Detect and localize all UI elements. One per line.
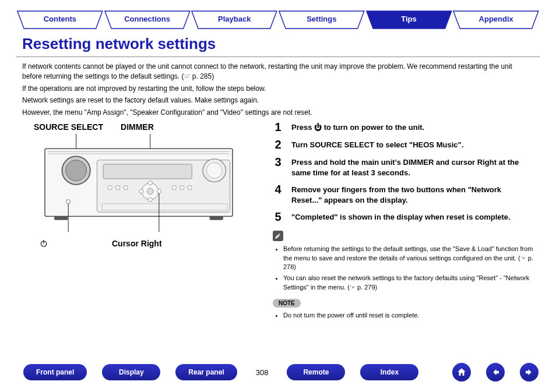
step-item: 2 Turn SOURCE SELECT to select "HEOS Mus… [273,139,534,150]
arrow-right-icon [524,367,534,377]
label-source-select: SOURCE SELECT [34,122,103,132]
tab-label: Contents [44,15,76,23]
intro-line: However, the menu "Amp Assign", "Speaker… [22,108,534,118]
svg-point-27 [180,186,184,190]
page-number: 308 [252,368,272,377]
top-nav-tabs: Contents Connections Playback Settings T… [16,10,540,29]
intro-text: If network contents cannot be played or … [22,62,534,118]
note-item: Do not turn the power off until reset is… [283,311,534,320]
svg-point-16 [206,163,222,178]
svg-point-18 [116,186,120,190]
pencil-icon [273,231,283,241]
home-button[interactable] [452,363,471,382]
svg-rect-31 [54,216,68,220]
power-icon [40,239,48,248]
label-dimmer: DIMMER [121,122,154,132]
divider [16,56,540,57]
step-item: 1 Press ⏻ to turn on power to the unit. [273,121,534,133]
svg-rect-32 [210,216,223,220]
prev-page-button[interactable] [486,363,505,382]
step-number: 4 [273,183,283,205]
next-page-button[interactable] [520,363,539,382]
svg-rect-12 [103,164,192,179]
diagram-column: SOURCE SELECT DIMMER [10,121,267,323]
tab-label: Tips [401,15,417,23]
tip-item: You can also reset the network settings … [283,274,534,292]
tip-list: Before returning the settings to the def… [283,245,534,292]
svg-rect-30 [102,204,227,210]
step-number: 2 [273,139,283,150]
tab-label: Playback [218,15,251,23]
svg-point-17 [108,186,112,190]
diagram-top-labels: SOURCE SELECT DIMMER [34,122,261,132]
footer-button-remote[interactable]: Remote [287,364,345,380]
step-text: Press and hold the main unit's DIMMER an… [291,156,534,178]
tab-label: Settings [307,15,336,23]
step-text: Press ⏻ to turn on power to the unit. [291,121,424,133]
svg-point-28 [188,186,192,190]
tip-item: Before returning the settings to the def… [283,245,534,271]
svg-point-14 [66,160,87,181]
svg-point-29 [66,200,71,204]
intro-line: Network settings are reset to the factor… [22,96,534,105]
intro-line: If the operations are not improved by re… [22,84,534,94]
step-text: Remove your fingers from the two buttons… [291,183,534,205]
tab-label: Connections [124,15,170,23]
tab-playback[interactable]: Playback [191,10,278,29]
tab-settings[interactable]: Settings [278,10,365,29]
label-cursor-right: Cursor Right [112,239,162,248]
footer-button-front-panel[interactable]: Front panel [23,364,87,380]
content-columns: SOURCE SELECT DIMMER [10,121,546,323]
svg-point-19 [124,186,128,190]
diagram-bottom-labels: Cursor Right [40,239,261,248]
step-item: 5 "Completed" is shown in the display wh… [273,211,534,223]
step-item: 4 Remove your fingers from the two butto… [273,183,534,205]
svg-point-21 [147,188,153,195]
step-number: 3 [273,156,283,178]
arrow-left-icon [490,367,501,377]
svg-point-24 [148,181,152,185]
svg-point-25 [148,197,152,202]
step-text: Turn SOURCE SELECT to select "HEOS Music… [291,139,463,150]
step-item: 3 Press and hold the main unit's DIMMER … [273,156,534,178]
footer-bar: Front panel Display Rear panel 308 Remot… [0,363,556,382]
manual-page: Contents Connections Playback Settings T… [0,0,556,392]
svg-point-26 [172,186,176,190]
page-title: Resetting network settings [22,35,546,53]
tab-contents[interactable]: Contents [16,10,104,29]
footer-button-display[interactable]: Display [102,364,160,380]
note-list: Do not turn the power off until reset is… [283,311,534,320]
intro-line: If network contents cannot be played or … [22,62,534,82]
footer-button-index[interactable]: Index [360,364,418,380]
note-badge: NOTE [273,299,301,308]
tab-tips[interactable]: Tips [365,10,453,29]
steps-column: 1 Press ⏻ to turn on power to the unit. … [267,121,546,323]
step-text: "Completed" is shown in the display when… [291,211,511,223]
device-diagram [28,134,249,233]
tab-label: Appendix [479,15,513,23]
tab-appendix[interactable]: Appendix [452,10,540,29]
svg-point-23 [157,189,161,193]
step-number: 1 [273,121,283,133]
footer-button-rear-panel[interactable]: Rear panel [175,364,237,380]
step-number: 5 [273,211,283,223]
tab-connections[interactable]: Connections [104,10,191,29]
home-icon [456,367,467,377]
svg-point-22 [139,189,143,193]
step-list: 1 Press ⏻ to turn on power to the unit. … [273,121,534,223]
